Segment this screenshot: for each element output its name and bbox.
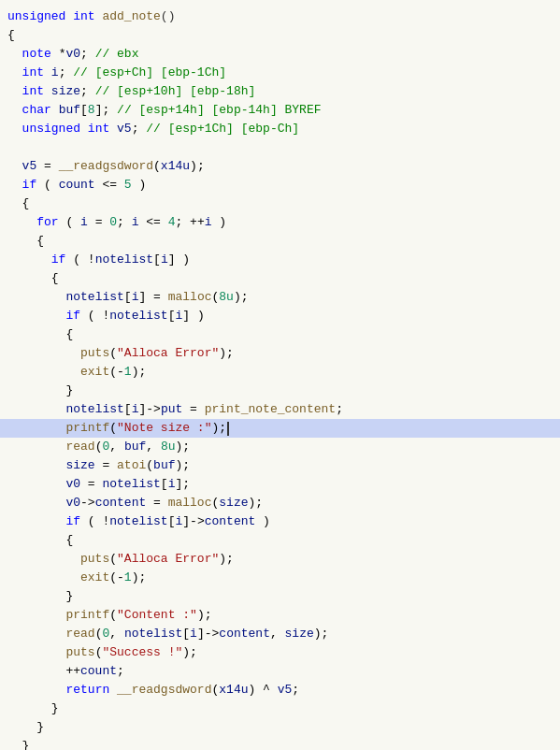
code-line: exit(-1); (0, 569, 560, 587)
code-line: read(0, notelist[i]->content, size); (0, 625, 560, 643)
code-line: int size; // [esp+10h] [ebp-18h] (0, 82, 560, 101)
code-token: if ( !notelist[i]->content ) (7, 512, 270, 531)
code-token: printf("Content :"); (7, 606, 211, 625)
code-line: unsigned int v5; // [esp+1Ch] [ebp-Ch] (0, 120, 560, 138)
code-line: v5 = __readgsdword(x14u); (0, 157, 560, 176)
code-token: read(0, buf, 8u); (7, 438, 190, 456)
code-token: { (7, 531, 73, 550)
code-token: size = atoi(buf); (7, 456, 190, 475)
code-token: { (7, 232, 44, 251)
code-line: } (0, 382, 560, 400)
code-token: { (7, 26, 15, 45)
code-line: read(0, buf, 8u); (0, 438, 560, 456)
code-line: if ( !notelist[i] ) (0, 307, 560, 325)
code-line: puts("Success !"); (0, 643, 560, 662)
code-line: printf("Note size :"); (0, 419, 560, 438)
keyword-token: unsigned int (7, 7, 95, 26)
func-token: add_note (95, 7, 161, 26)
code-line: char buf[8]; // [esp+14h] [ebp-14h] BYRE… (0, 101, 560, 120)
code-line: puts("Alloca Error"); (0, 550, 560, 569)
code-token: int size; (7, 82, 95, 101)
code-token: puts("Alloca Error"); (7, 344, 234, 363)
code-line: int i; // [esp+Ch] [ebp-1Ch] (0, 64, 560, 82)
comment-token: // [esp+10h] [ebp-18h] (95, 82, 256, 101)
comment-token: // [esp+1Ch] [ebp-Ch] (146, 120, 299, 138)
code-line: if ( count <= 5 ) (0, 176, 560, 195)
code-line: { (0, 325, 560, 344)
code-line: printf("Content :"); (0, 606, 560, 625)
code-token: } (7, 737, 29, 750)
code-line: return __readgsdword(x14u) ^ v5; (0, 681, 560, 700)
code-lines: unsigned int add_note(){ note *v0; // eb… (0, 7, 560, 750)
code-line: notelist[i]->put = print_note_content; (0, 400, 560, 419)
code-line: for ( i = 0; i <= 4; ++i ) (0, 213, 560, 232)
code-line: if ( !notelist[i]->content ) (0, 512, 560, 531)
code-line: size = atoi(buf); (0, 456, 560, 475)
code-token: printf("Note size :"); (7, 419, 226, 438)
code-line: puts("Alloca Error"); (0, 344, 560, 363)
code-token: } (7, 700, 59, 718)
code-token: v0 = notelist[i]; (7, 475, 190, 494)
code-token: } (7, 718, 44, 737)
code-line: ++count; (0, 662, 560, 681)
code-token: { (7, 269, 59, 288)
code-line: exit(-1); (0, 363, 560, 382)
code-line: { (0, 269, 560, 288)
code-token: ++count; (7, 662, 124, 681)
comment-token: // [esp+14h] [ebp-14h] BYREF (117, 101, 321, 120)
code-token: } (7, 587, 73, 606)
code-token: return __readgsdword(x14u) ^ v5; (7, 681, 299, 700)
code-token: { (7, 195, 29, 213)
code-token: note *v0; (7, 45, 95, 64)
code-line: { (0, 531, 560, 550)
code-line: } (0, 737, 560, 750)
code-token: notelist[i] = malloc(8u); (7, 288, 249, 307)
code-line: note *v0; // ebx (0, 45, 560, 64)
code-line: if ( !notelist[i] ) (0, 251, 560, 269)
code-line: { (0, 232, 560, 251)
code-token: exit(-1); (7, 569, 146, 587)
code-token: exit(-1); (7, 363, 146, 382)
code-viewer: unsigned int add_note(){ note *v0; // eb… (0, 0, 560, 750)
code-line: } (0, 718, 560, 737)
text-cursor (227, 422, 229, 436)
code-token: v5 = __readgsdword(x14u); (7, 157, 205, 176)
code-line: { (0, 195, 560, 213)
code-token: notelist[i]->put = print_note_content; (7, 400, 343, 419)
code-line: notelist[i] = malloc(8u); (0, 288, 560, 307)
comment-token: // ebx (95, 45, 139, 64)
comment-token: // [esp+Ch] [ebp-1Ch] (73, 64, 226, 82)
code-token: { (7, 325, 73, 344)
code-token: puts("Success !"); (7, 643, 197, 662)
code-token: int i; (7, 64, 73, 82)
code-line: } (0, 587, 560, 606)
code-token: if ( !notelist[i] ) (7, 307, 205, 325)
code-line: unsigned int add_note() (0, 7, 560, 26)
code-token: } (7, 382, 73, 400)
code-token: for ( i = 0; i <= 4; ++i ) (7, 213, 226, 232)
code-line: } (0, 700, 560, 718)
code-token: unsigned int v5; (7, 120, 146, 138)
code-token: if ( count <= 5 ) (7, 176, 146, 195)
code-line: v0 = notelist[i]; (0, 475, 560, 494)
code-line: { (0, 26, 560, 45)
punc-token: () (161, 7, 176, 26)
code-token: puts("Alloca Error"); (7, 550, 234, 569)
code-token: v0->content = malloc(size); (7, 494, 263, 512)
code-token: read(0, notelist[i]->content, size); (7, 625, 328, 643)
code-line (0, 138, 560, 157)
code-line: v0->content = malloc(size); (0, 494, 560, 512)
code-token: char buf[8]; (7, 101, 117, 120)
code-token: if ( !notelist[i] ) (7, 251, 190, 269)
